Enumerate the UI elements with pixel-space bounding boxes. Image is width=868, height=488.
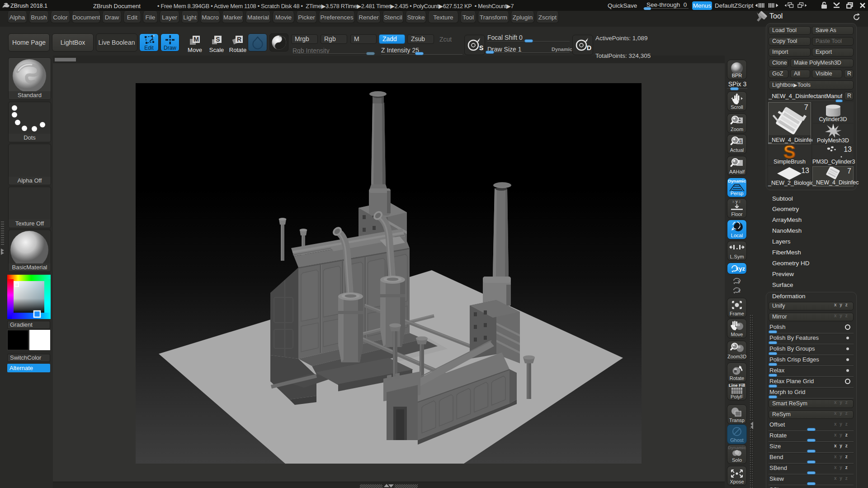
svg-text:z: z (738, 288, 741, 293)
svg-text:y: y (738, 278, 741, 284)
svg-text:D: D (587, 44, 591, 52)
svg-text:xyz: xyz (736, 265, 745, 272)
svg-text:S: S (783, 145, 796, 159)
svg-text:S: S (216, 36, 220, 43)
svg-text:S: S (479, 44, 483, 52)
svg-text:M: M (193, 36, 199, 43)
svg-text:R: R (237, 36, 241, 43)
